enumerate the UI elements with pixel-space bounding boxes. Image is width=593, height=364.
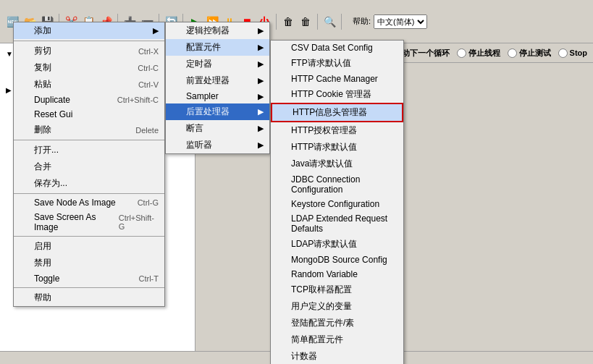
separator-1	[14, 41, 164, 41]
menu-random-variable-label: Random Variable	[291, 269, 358, 279]
menu-enable[interactable]: 启用	[14, 238, 164, 255]
search-icon[interactable]: 🔍	[321, 14, 337, 30]
menu-post-processor-label: 后置处理器	[186, 106, 230, 118]
radio-stop-test[interactable]: 停止测试	[508, 48, 551, 59]
menu-simple-config[interactable]: 简单配置元件	[271, 331, 403, 348]
menu-ldap-extended[interactable]: LDAP Extended Request Defaults	[271, 211, 403, 236]
separator-5	[14, 287, 164, 288]
menu-ftp-defaults-label: FTP请求默认值	[291, 57, 351, 69]
menu-cut[interactable]: 剪切 Ctrl-X	[14, 43, 164, 59]
menu-counter[interactable]: 计数器	[271, 348, 403, 364]
menu-cut-shortcut: Ctrl-X	[138, 47, 159, 56]
menu-toggle-label: Toggle	[34, 274, 59, 284]
menu-random-variable[interactable]: Random Variable	[271, 267, 403, 282]
menu-listener-arrow: ▶	[258, 140, 264, 150]
menu-http-defaults[interactable]: HTTP请求默认值	[271, 139, 403, 156]
menu-mongodb-config[interactable]: MongoDB Source Config	[271, 253, 403, 267]
menu-toggle-shortcut: Ctrl-T	[139, 274, 159, 283]
menu-ftp-defaults[interactable]: FTP请求默认值	[271, 55, 403, 72]
menu-enable-label: 启用	[34, 240, 51, 253]
menu-logic-controller[interactable]: 逻辑控制器 ▶	[166, 22, 269, 39]
radio-stop-input[interactable]	[558, 48, 568, 58]
menu-merge[interactable]: 合并	[14, 158, 164, 175]
radio-stop[interactable]: Stop	[558, 48, 587, 58]
menu-open[interactable]: 打开...	[14, 142, 164, 158]
menu-http-header[interactable]: HTTP信息头管理器	[271, 103, 403, 122]
menu-paste[interactable]: 粘贴 Ctrl-V	[14, 76, 164, 93]
menu-java-defaults[interactable]: Java请求默认值	[271, 156, 403, 172]
menu-sampler-arrow: ▶	[258, 92, 264, 101]
separator-2	[14, 140, 164, 140]
menu-http-header-label: HTTP信息头管理器	[293, 106, 367, 119]
menu-delete-shortcut: Delete	[135, 126, 159, 135]
menu-save-node-shortcut: Ctrl-G	[138, 198, 159, 207]
help-label: 帮助:	[353, 16, 371, 27]
app-window: 🆕 📂 💾 ✂️ 📋 📌 ➕ ➖ 🔄 ▶ ⏩ ⏸ ⏹ ⏻ 🗑 🗑 🔍 帮助: 中…	[0, 0, 593, 364]
menu-pre-processor[interactable]: 前置处理器 ▶	[166, 72, 269, 89]
radio-stop-test-label: 停止测试	[519, 48, 551, 59]
menu-help[interactable]: 帮助	[14, 289, 164, 306]
menu-pre-processor-label: 前置处理器	[186, 75, 230, 87]
menu-open-label: 打开...	[34, 144, 59, 156]
separator-3	[14, 193, 164, 194]
menu-assertion[interactable]: 断言 ▶	[166, 120, 269, 137]
menu-duplicate[interactable]: Duplicate Ctrl+Shift-C	[14, 93, 164, 107]
menu-timer-label: 定时器	[186, 58, 212, 70]
menu-login-config-label: 登陆配置元件/素	[291, 317, 354, 329]
menu-assertion-arrow: ▶	[258, 124, 264, 133]
menu-copy[interactable]: 复制 Ctrl-C	[14, 59, 164, 76]
menu-duplicate-shortcut: Ctrl+Shift-C	[117, 96, 159, 104]
menu-http-auth-label: HTTP授权管理器	[291, 124, 357, 137]
menu-logic-controller-label: 逻辑控制器	[186, 25, 230, 37]
menu-keystore-config-label: Keystore Configuration	[291, 199, 379, 209]
menu-save-node-image[interactable]: Save Node As Image Ctrl-G	[14, 195, 164, 210]
menu-http-cookie[interactable]: HTTP Cookie 管理器	[271, 86, 403, 103]
menu-reset-gui[interactable]: Reset Gui	[14, 107, 164, 122]
menu-save-node-image-label: Save Node As Image	[34, 198, 116, 208]
menu-http-auth[interactable]: HTTP授权管理器	[271, 122, 403, 139]
menu-delete[interactable]: 删除 Delete	[14, 122, 164, 138]
menu-add-arrow: ▶	[153, 26, 159, 35]
menu-ldap-defaults[interactable]: LDAP请求默认值	[271, 236, 403, 253]
language-select[interactable]: 中文(简体)	[374, 14, 427, 29]
radio-stop-thread-input[interactable]	[457, 48, 466, 58]
menu-jdbc-config[interactable]: JDBC Connection Configuration	[271, 172, 403, 197]
menu-save-screen-image[interactable]: Save Screen As Image Ctrl+Shift-G	[14, 210, 164, 234]
menu-timer-arrow: ▶	[258, 59, 264, 69]
toolbar-separator-7	[341, 14, 342, 30]
menu-copy-shortcut: Ctrl-C	[138, 64, 159, 72]
menu-copy-label: 复制	[34, 62, 51, 74]
radio-stop-test-input[interactable]	[508, 48, 517, 58]
menu-config-element[interactable]: 配置元件 ▶	[166, 39, 269, 56]
menu-reset-gui-label: Reset Gui	[34, 109, 72, 119]
menu-disable[interactable]: 禁用	[14, 255, 164, 271]
menu-save-as-label: 保存为...	[34, 177, 67, 190]
menu-mongodb-config-label: MongoDB Source Config	[291, 255, 387, 265]
menu-tcp-config[interactable]: TCP取样器配置	[271, 282, 403, 298]
menu-save-screen-image-label: Save Screen As Image	[34, 212, 119, 232]
menu-http-cache[interactable]: HTTP Cache Manager	[271, 72, 403, 86]
menu-merge-label: 合并	[34, 161, 51, 173]
menu-timer[interactable]: 定时器 ▶	[166, 56, 269, 72]
menu-http-cache-label: HTTP Cache Manager	[291, 74, 378, 84]
menu-csv-data[interactable]: CSV Data Set Config	[271, 41, 403, 55]
menu-cut-label: 剪切	[34, 45, 51, 57]
menu-login-config[interactable]: 登陆配置元件/素	[271, 315, 403, 331]
menu-post-processor[interactable]: 后置处理器 ▶	[166, 103, 269, 120]
menu-simple-config-label: 简单配置元件	[291, 334, 343, 346]
menu-sampler[interactable]: Sampler ▶	[166, 89, 269, 103]
menu-save-as[interactable]: 保存为...	[14, 175, 164, 192]
menu-add[interactable]: 添加 ▶	[14, 22, 164, 39]
menu-counter-label: 计数器	[291, 350, 317, 363]
context-menu-1: 添加 ▶ 剪切 Ctrl-X 复制 Ctrl-C 粘贴 Ctrl-V Dupli…	[13, 22, 165, 307]
menu-keystore-config[interactable]: Keystore Configuration	[271, 197, 403, 211]
clear-all-icon[interactable]: 🗑	[298, 14, 314, 30]
menu-user-variables[interactable]: 用户定义的变量	[271, 298, 403, 315]
menu-toggle[interactable]: Toggle Ctrl-T	[14, 271, 164, 286]
clear-icon[interactable]: 🗑	[280, 14, 296, 30]
radio-stop-thread[interactable]: 停止线程	[457, 48, 500, 59]
menu-user-variables-label: 用户定义的变量	[291, 300, 352, 313]
menu-post-arrow: ▶	[258, 107, 264, 117]
menu-listener[interactable]: 监听器 ▶	[166, 137, 269, 153]
menu-listener-label: 监听器	[186, 139, 212, 151]
